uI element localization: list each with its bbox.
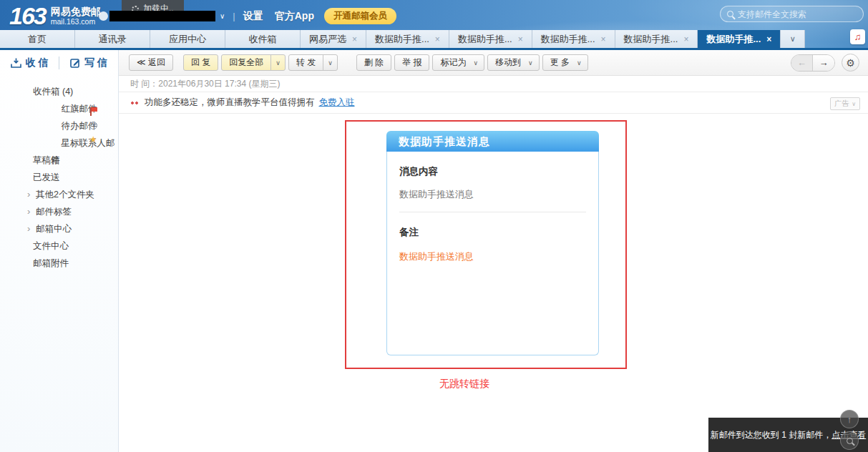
more-label: 更 多 bbox=[543, 56, 577, 69]
more-button[interactable]: 更 多 ∨ bbox=[542, 54, 588, 71]
back-label: ≪ 返回 bbox=[130, 56, 172, 69]
official-app-link[interactable]: 官方App bbox=[275, 10, 314, 23]
sidebar-item-starred-contacts[interactable]: ★ 星标联系人邮件 bbox=[0, 134, 118, 152]
account-email-redacted[interactable] bbox=[109, 11, 215, 21]
report-label: 举 报 bbox=[395, 56, 429, 69]
tab-home[interactable]: 首页 bbox=[0, 30, 75, 48]
compose-mail-label: 写 信 bbox=[84, 56, 107, 69]
tab-yanxuan[interactable]: 网易严选 × bbox=[301, 30, 366, 48]
tab-data-assistant-active[interactable]: 数据助手推... × bbox=[698, 30, 781, 48]
floating-search-button[interactable] bbox=[840, 431, 859, 450]
back-to-top-button[interactable]: ↑ bbox=[840, 410, 859, 428]
sidebar-actions: 收 信 写 信 bbox=[0, 50, 118, 76]
time-value: 2021年06月30日 17:34 (星期三) bbox=[158, 79, 280, 89]
tab-label: 应用中心 bbox=[169, 33, 206, 46]
forward-dropdown-icon[interactable]: ∨ bbox=[323, 55, 337, 70]
sidebar-item-label: 邮件标签 bbox=[36, 207, 72, 217]
tab-label: 首页 bbox=[28, 33, 47, 46]
reply-button[interactable]: 回 复 bbox=[183, 54, 218, 71]
reply-label: 回 复 bbox=[184, 56, 218, 69]
expand-chevron-icon[interactable]: › bbox=[27, 186, 30, 203]
expand-chevron-icon[interactable]: › bbox=[27, 220, 30, 237]
reply-all-dropdown-icon[interactable]: ∨ bbox=[270, 55, 285, 70]
card-body: 消息内容 数据助手推送消息 备注 数据助手推送消息 bbox=[386, 152, 599, 355]
move-to-button[interactable]: 移动到 ∨ bbox=[487, 54, 540, 71]
arrow-left-icon: ← bbox=[797, 57, 806, 68]
tab-data-assistant-1[interactable]: 数据助手推... × bbox=[366, 30, 449, 48]
ad-banner-row: 功能多还稳定，微师直播教学平台值得拥有 免费入驻 广告 ∨ bbox=[119, 92, 868, 114]
tab-close-icon[interactable]: × bbox=[352, 35, 357, 44]
search-icon bbox=[727, 11, 733, 17]
sidebar-item-todo[interactable]: 待办邮件 bbox=[0, 117, 118, 134]
header-divider: | bbox=[233, 11, 235, 21]
tab-inbox[interactable]: 收件箱 bbox=[225, 30, 301, 48]
sidebar-item-other-folders[interactable]: › 其他2个文件夹 bbox=[0, 186, 118, 203]
ad-badge[interactable]: 广告 ∨ bbox=[830, 97, 860, 110]
sidebar-item-inbox[interactable]: 收件箱 (4) bbox=[0, 83, 118, 100]
report-button[interactable]: 举 报 bbox=[394, 54, 429, 71]
sidebar-item-label: 文件中心 bbox=[33, 241, 69, 251]
search-input[interactable] bbox=[738, 9, 857, 19]
compose-mail-icon bbox=[70, 58, 80, 68]
settings-link[interactable]: 设置 bbox=[243, 10, 263, 23]
music-note-icon: ♫ bbox=[854, 31, 862, 42]
highlight-red-rectangle: 数据助手推送消息 消息内容 数据助手推送消息 备注 数据助手推送消息 bbox=[345, 120, 627, 369]
back-button[interactable]: ≪ 返回 bbox=[129, 54, 173, 71]
previous-mail-button[interactable]: ← bbox=[791, 55, 813, 71]
sidebar-item-label: 已发送 bbox=[33, 172, 60, 182]
sidebar-item-label: 其他2个文件夹 bbox=[36, 190, 94, 200]
tab-contacts[interactable]: 通讯录 bbox=[75, 30, 150, 48]
move-to-dropdown-icon: ∨ bbox=[528, 59, 539, 67]
tab-close-icon[interactable]: × bbox=[601, 35, 606, 44]
163-logo[interactable]: 163 网易免费邮 mail.163.com bbox=[9, 1, 101, 30]
account-row: ∨ | 设置 官方App 开通邮箱会员 bbox=[99, 8, 396, 24]
tab-close-icon[interactable]: × bbox=[766, 35, 771, 44]
expand-chevron-icon[interactable]: › bbox=[27, 203, 30, 220]
forward-label: 转 发 bbox=[289, 56, 323, 69]
tab-close-icon[interactable]: × bbox=[518, 35, 523, 44]
tab-overflow-button[interactable]: ∨ bbox=[781, 30, 805, 48]
webmail-screen: 163 网易免费邮 mail.163.com 加载中.. ∨ | 设置 官方Ap… bbox=[0, 0, 868, 452]
tab-data-assistant-3[interactable]: 数据助手推... × bbox=[532, 30, 615, 48]
mark-as-dropdown-icon: ∨ bbox=[473, 59, 484, 67]
receive-mail-button[interactable]: 收 信 bbox=[0, 56, 59, 69]
mail-toolbar: ≪ 返回 回 复 回复全部 ∨ 转 发 ∨ 删 除 bbox=[119, 50, 868, 76]
sidebar-item-file-center[interactable]: 文件中心 bbox=[0, 237, 118, 255]
note-label: 备注 bbox=[399, 212, 586, 239]
card-title: 数据助手推送消息 bbox=[386, 131, 599, 152]
tab-data-assistant-2[interactable]: 数据助手推... × bbox=[449, 30, 532, 48]
back-chevrons-icon: ≪ bbox=[137, 57, 146, 67]
sidebar-item-attachments[interactable]: 邮箱附件 bbox=[0, 255, 118, 272]
forward-button[interactable]: 转 发 ∨ bbox=[288, 54, 338, 71]
sidebar-item-flagged[interactable]: 红旗邮件 bbox=[0, 100, 118, 117]
next-mail-button[interactable]: → bbox=[813, 55, 834, 71]
sidebar-item-drafts[interactable]: 草稿箱 bbox=[0, 152, 118, 169]
logo-domain: mail.163.com bbox=[51, 17, 101, 26]
sidebar-item-mail-center[interactable]: › 邮箱中心 bbox=[0, 220, 118, 237]
reply-all-button[interactable]: 回复全部 ∨ bbox=[221, 54, 286, 71]
tab-close-icon[interactable]: × bbox=[435, 35, 440, 44]
search-icon bbox=[847, 438, 853, 444]
tab-close-icon[interactable]: × bbox=[683, 35, 688, 44]
vip-membership-button[interactable]: 开通邮箱会员 bbox=[324, 8, 396, 24]
move-to-label: 移动到 bbox=[488, 56, 528, 69]
settings-gear-button[interactable]: ⚙ bbox=[842, 54, 859, 72]
tab-app-center[interactable]: 应用中心 bbox=[150, 30, 225, 48]
tab-data-assistant-4[interactable]: 数据助手推... × bbox=[615, 30, 698, 48]
delete-label: 删 除 bbox=[357, 56, 391, 69]
account-chevron-down-icon[interactable]: ∨ bbox=[220, 12, 225, 20]
delete-button[interactable]: 删 除 bbox=[356, 54, 391, 71]
music-player-button[interactable]: ♫ bbox=[850, 29, 865, 44]
compose-mail-button[interactable]: 写 信 bbox=[59, 56, 118, 69]
mark-as-label: 标记为 bbox=[433, 56, 473, 69]
sidebar-item-sent[interactable]: 已发送 bbox=[0, 169, 118, 186]
note-link[interactable]: 数据助手推送消息 bbox=[399, 239, 586, 263]
mail-nav-arrows: ← → bbox=[791, 54, 835, 72]
up-arrow-icon: ↑ bbox=[847, 414, 852, 425]
sidebar-item-label: 邮箱中心 bbox=[36, 224, 72, 234]
ad-link[interactable]: 免费入驻 bbox=[319, 97, 355, 109]
back-text: 返回 bbox=[148, 57, 165, 67]
search-box[interactable] bbox=[720, 6, 864, 22]
sidebar-item-mail-tags[interactable]: › 邮件标签 bbox=[0, 203, 118, 220]
mark-as-button[interactable]: 标记为 ∨ bbox=[432, 54, 484, 71]
